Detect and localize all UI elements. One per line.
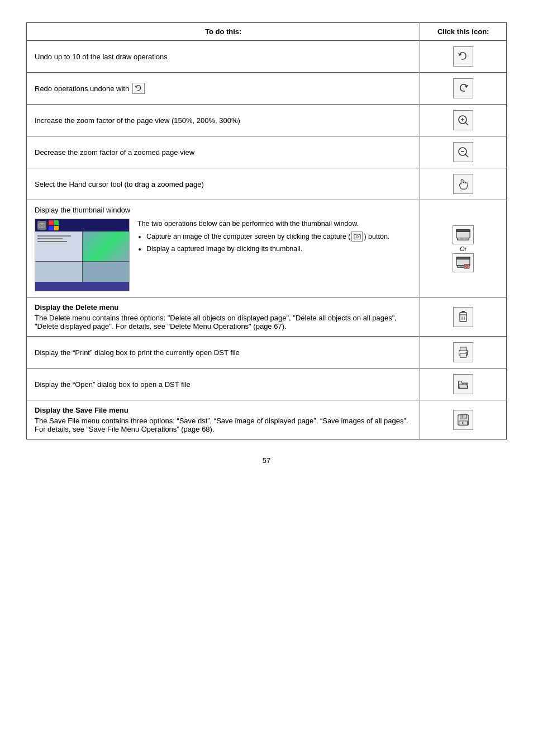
thumb-bottom-bar: [35, 282, 129, 291]
delete-icon-cell: [420, 297, 507, 337]
thumbnail-window-svg: [456, 229, 470, 241]
thumbnail-body-text: The two operations below can be performe…: [137, 219, 389, 229]
save-file-icon: [453, 410, 473, 430]
table-row: Display the “Print” dialog box to print …: [27, 337, 507, 368]
table-row: Redo operations undone with: [27, 73, 507, 105]
table-row: Increase the zoom factor of the page vie…: [27, 105, 507, 136]
thumbnail-icon-stack: Or: [428, 225, 498, 272]
camera-icon: [37, 221, 46, 230]
thumbnail-icon-cell: Or: [420, 200, 507, 297]
table-row: Display the Delete menu The Delete menu …: [27, 297, 507, 337]
undo-icon-cell: [420, 41, 507, 73]
svg-rect-35: [461, 414, 463, 418]
redo-description: Redo operations undone with: [27, 73, 420, 105]
svg-rect-19: [456, 257, 470, 259]
windows-logo: [49, 220, 59, 230]
thumbnail-bullet-2: Display a captured image by clicking its…: [146, 244, 389, 254]
thumb-pane-text: [35, 231, 82, 261]
undo-description: Undo up to 10 of the last draw operation…: [27, 41, 420, 73]
redo-row-content: Redo operations undone with: [35, 83, 412, 94]
svg-line-6: [465, 154, 468, 157]
svg-rect-10: [41, 223, 44, 224]
save-svg: [457, 414, 469, 426]
svg-point-12: [356, 235, 358, 238]
col-header-description: To do this:: [27, 23, 420, 41]
save-description: Display the Save File menu The Save File…: [27, 400, 420, 440]
svg-rect-23: [460, 313, 467, 322]
zoom-out-svg: [457, 146, 469, 158]
bullet1-inline-icon: [351, 231, 363, 242]
zoom-out-icon: [453, 142, 473, 162]
svg-rect-31: [460, 353, 467, 357]
svg-line-3: [465, 122, 468, 125]
page-wrapper: To do this: Click this icon: Undo up to …: [26, 22, 507, 465]
open-description: Display the “Open” dialog box to open a …: [27, 368, 420, 400]
reference-table: To do this: Click this icon: Undo up to …: [26, 22, 507, 440]
svg-rect-30: [460, 347, 467, 351]
capture-inline-svg: [354, 233, 361, 240]
svg-rect-13: [356, 234, 359, 235]
svg-rect-15: [456, 229, 470, 231]
capture-svg: [456, 257, 470, 269]
thumbnail-window-icon: [453, 225, 474, 244]
redo-text-prefix: Redo operations undone with: [35, 84, 129, 93]
table-row: Display the “Open” dialog box to open a …: [27, 368, 507, 400]
svg-rect-21: [464, 264, 469, 268]
svg-point-32: [466, 352, 467, 353]
hand-svg: [457, 178, 469, 190]
camera-svg: [39, 222, 45, 229]
delete-description: Display the Delete menu The Delete menu …: [27, 297, 420, 337]
hand-icon-cell: [420, 168, 507, 200]
undo-icon: [453, 46, 473, 67]
print-svg: [457, 346, 469, 358]
or-text: Or: [460, 245, 467, 252]
undo-inline-svg: [134, 84, 143, 93]
delete-menu-icon: [453, 307, 473, 327]
open-svg: [457, 378, 469, 390]
open-icon-cell: [420, 368, 507, 400]
thumbnail-text-desc: The two operations below can be performe…: [137, 219, 389, 256]
save-icon-cell: [420, 400, 507, 440]
thumbnail-description: Display the thumbnail window: [27, 200, 420, 297]
delete-body: The Delete menu contains three options: …: [35, 314, 412, 330]
taskbar: [35, 219, 129, 231]
delete-svg: [457, 311, 469, 323]
bullet1-prefix: Capture an image of the computer screen …: [146, 233, 350, 240]
hand-cursor-icon: [453, 174, 473, 194]
save-title: Display the Save File menu: [35, 406, 129, 414]
undo-svg: [457, 50, 469, 63]
page-number: 57: [26, 456, 507, 465]
thumbnail-bullet-1: Capture an image of the computer screen …: [146, 231, 389, 242]
redo-icon-cell: [420, 73, 507, 105]
bullet1-suffix: ) button.: [364, 233, 389, 240]
thumbnail-title: Display the thumbnail window: [35, 206, 130, 214]
redo-icon: [453, 78, 473, 98]
print-icon-cell: [420, 337, 507, 368]
thumbnail-preview: [35, 219, 130, 291]
print-description: Display the “Print” dialog box to print …: [27, 337, 420, 368]
zoom-in-icon: [453, 110, 473, 130]
zoom-in-svg: [457, 114, 469, 126]
open-icon: [453, 374, 473, 394]
save-body: The Save File menu contains three option…: [35, 417, 412, 433]
thumb-pane-map: [83, 231, 130, 261]
capture-icon: [453, 253, 474, 272]
svg-point-9: [41, 225, 44, 228]
table-row: Display the thumbnail window: [27, 200, 507, 297]
svg-rect-17: [460, 238, 464, 239]
zoom-out-icon-cell: [420, 136, 507, 168]
redo-inline-icon: [132, 83, 145, 94]
thumbnail-row-content: The two operations below can be performe…: [35, 219, 412, 291]
print-icon: [453, 342, 473, 362]
redo-svg: [457, 82, 469, 94]
hand-description: Select the Hand cursor tool (to drag a z…: [27, 168, 420, 200]
table-row: Undo up to 10 of the last draw operation…: [27, 41, 507, 73]
zoom-out-description: Decrease the zoom factor of a zoomed pag…: [27, 136, 420, 168]
table-row: Decrease the zoom factor of a zoomed pag…: [27, 136, 507, 168]
thumbnail-bullets: Capture an image of the computer screen …: [146, 231, 389, 254]
svg-rect-36: [459, 420, 468, 424]
table-row: Select the Hand cursor tool (to drag a z…: [27, 168, 507, 200]
delete-title: Display the Delete menu: [35, 303, 118, 311]
table-row: Display the Save File menu The Save File…: [27, 400, 507, 440]
col-header-icon: Click this icon:: [420, 23, 507, 41]
